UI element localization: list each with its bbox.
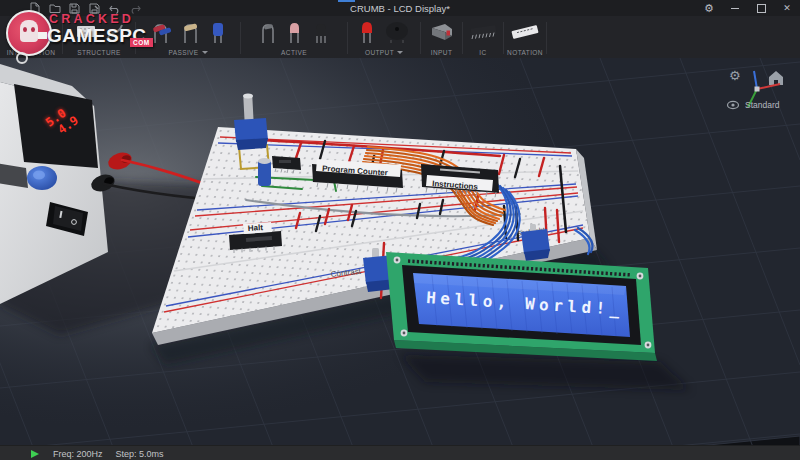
toolbar-label-ic: IC: [479, 49, 486, 56]
status-bar: Freq: 200Hz Step: 5.0ms: [0, 445, 800, 460]
crumb-app-window: CRUMB - LCD Display* ⚙ ✕ INTERACTION STR…: [0, 0, 800, 460]
view-mode-label: Standard: [745, 100, 780, 110]
dropdown-arrow-icon: [202, 51, 208, 54]
toolbar-group-input[interactable]: INPUT: [421, 16, 462, 58]
toolbar-label-notation: NOTATION: [507, 49, 543, 56]
led-pink-icon[interactable]: [286, 20, 304, 44]
buzzer-icon[interactable]: [384, 20, 410, 44]
label-sticker-icon[interactable]: [508, 20, 542, 44]
dip-chip-icon[interactable]: [467, 20, 499, 44]
frequency-status: Freq: 200Hz: [53, 449, 103, 459]
crackedgamespc-watermark: CRACKED GAMESPC COM: [2, 8, 152, 66]
close-button[interactable]: ✕: [774, 0, 800, 16]
watermark-badge: COM: [130, 38, 153, 47]
scene-viewport[interactable]: 5.0 4.9: [0, 58, 800, 445]
settings-gear-icon[interactable]: ⚙: [696, 0, 722, 16]
toolbar-group-ic[interactable]: IC: [463, 16, 503, 58]
maximize-button[interactable]: [748, 0, 774, 16]
step-status: Step: 5.0ms: [116, 449, 164, 459]
toolbar-label-output: OUTPUT: [365, 49, 394, 56]
toolbar-group-notation[interactable]: NOTATION: [504, 16, 546, 58]
toolbar-separator: [546, 22, 547, 54]
watermark-text-top: CRACKED: [49, 12, 134, 26]
toolbar-label-input: INPUT: [431, 49, 453, 56]
watermark-logo-icon: [6, 10, 52, 56]
lcd-module[interactable]: Hello, World!_: [386, 252, 657, 361]
minimize-button[interactable]: [722, 0, 748, 16]
toolbar-label-passive: PASSIVE: [168, 49, 198, 56]
resistor-icon[interactable]: [150, 20, 172, 44]
transistor-icon[interactable]: [313, 20, 329, 44]
toolbar-group-active[interactable]: ACTIVE: [241, 16, 347, 58]
diode-icon[interactable]: [259, 20, 277, 44]
play-icon[interactable]: [31, 450, 39, 458]
resistor-beige-icon[interactable]: [181, 20, 201, 44]
halt-label: Halt: [248, 223, 264, 233]
led-red-icon[interactable]: [359, 20, 375, 44]
scene-settings-gear-icon[interactable]: ⚙: [729, 68, 741, 83]
active-tab-indicator: [338, 0, 355, 2]
toolbar-group-output[interactable]: OUTPUT: [348, 16, 420, 58]
toolbar-label-active: ACTIVE: [281, 49, 307, 56]
capacitor-icon[interactable]: [210, 20, 226, 44]
window-controls: ⚙ ✕: [696, 0, 800, 16]
capacitor-component[interactable]: [258, 158, 271, 186]
watermark-chain-icon: [16, 52, 28, 64]
switch-icon[interactable]: [429, 20, 455, 44]
dropdown-arrow-icon: [397, 51, 403, 54]
